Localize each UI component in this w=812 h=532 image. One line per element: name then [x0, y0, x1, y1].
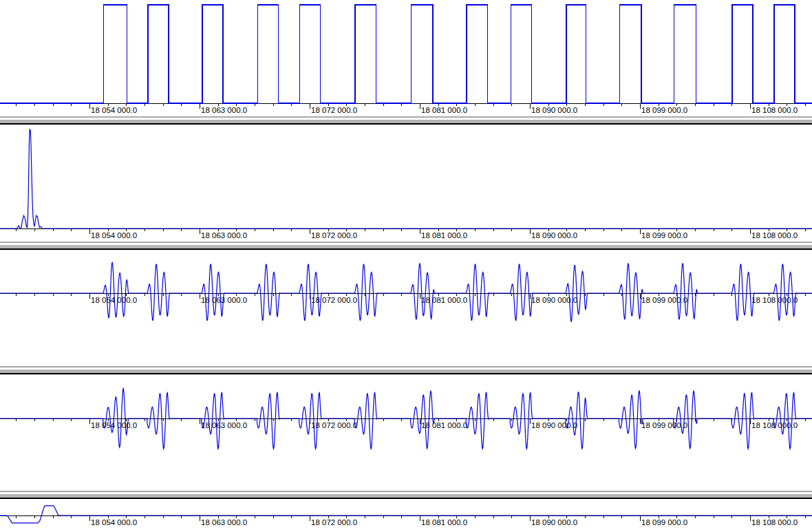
x-axis-label: 18 099 000.0 — [641, 518, 687, 526]
x-axis-label: 18 072 000.0 — [311, 421, 357, 429]
x-axis-label: 18 063 000.0 — [201, 296, 247, 304]
x-axis-label: 18 072 000.0 — [311, 518, 357, 526]
x-axis-label: 18 090 000.0 — [531, 106, 577, 114]
x-axis-label: 18 054 000.0 — [91, 518, 137, 526]
x-axis-label: 18 081 000.0 — [421, 421, 467, 429]
signal-panel-pulse-train: 18 054 000.018 063 000.018 072 000.018 0… — [0, 0, 812, 116]
x-axis-label: 18 072 000.0 — [311, 231, 357, 240]
pulse-train-plot: 18 054 000.018 063 000.018 072 000.018 0… — [0, 0, 812, 116]
panel-splitter-4[interactable] — [0, 491, 812, 499]
q-component-plot: 18 054 000.018 063 000.018 072 000.018 0… — [0, 374, 812, 491]
panel-splitter-3[interactable] — [0, 366, 812, 374]
i-component-trace — [0, 263, 812, 322]
x-axis-label: 18 090 000.0 — [531, 231, 577, 240]
x-axis-label: 18 054 000.0 — [91, 231, 137, 240]
x-axis-label: 18 099 000.0 — [641, 231, 687, 240]
i-component-plot: 18 054 000.018 063 000.018 072 000.018 0… — [0, 250, 812, 366]
x-axis-label: 18 063 000.0 — [201, 518, 247, 526]
impulse-response-plot: 18 054 000.018 063 000.018 072 000.018 0… — [0, 125, 812, 242]
x-axis-label: 18 108 000.0 — [751, 296, 798, 304]
x-axis-label: 18 108 000.0 — [751, 106, 798, 114]
x-axis-label: 18 090 000.0 — [531, 296, 577, 304]
x-axis-label: 18 090 000.0 — [531, 421, 577, 429]
x-axis-label: 18 063 000.0 — [201, 106, 247, 114]
x-axis-label: 18 072 000.0 — [311, 106, 357, 114]
x-axis-label: 18 063 000.0 — [201, 421, 247, 429]
waveform-viewer: 18 054 000.018 063 000.018 072 000.018 0… — [0, 0, 812, 532]
x-axis-label: 18 108 000.0 — [751, 231, 798, 240]
signal-panel-baseband-pulse: 18 054 000.018 063 000.018 072 000.018 0… — [0, 499, 812, 532]
x-axis-label: 18 108 000.0 — [751, 518, 798, 526]
x-axis-label: 18 081 000.0 — [421, 296, 467, 304]
impulse-response-trace — [0, 129, 812, 228]
panel-splitter-2[interactable] — [0, 242, 812, 250]
x-axis-label: 18 099 000.0 — [641, 106, 687, 114]
baseband-pulse-plot: 18 054 000.018 063 000.018 072 000.018 0… — [0, 499, 812, 532]
x-axis-label: 18 081 000.0 — [421, 231, 467, 240]
panel-splitter-1[interactable] — [0, 116, 812, 125]
signal-panel-q-component: 18 054 000.018 063 000.018 072 000.018 0… — [0, 374, 812, 491]
signal-panel-impulse-response: 18 054 000.018 063 000.018 072 000.018 0… — [0, 125, 812, 242]
x-axis-label: 18 063 000.0 — [201, 231, 247, 240]
x-axis-label: 18 090 000.0 — [531, 518, 577, 526]
signal-panel-i-component: 18 054 000.018 063 000.018 072 000.018 0… — [0, 250, 812, 366]
pulse-train-trace — [0, 5, 812, 103]
x-axis-label: 18 054 000.0 — [91, 106, 137, 114]
x-axis-label: 18 081 000.0 — [421, 518, 467, 526]
x-axis-label: 18 081 000.0 — [421, 106, 467, 114]
